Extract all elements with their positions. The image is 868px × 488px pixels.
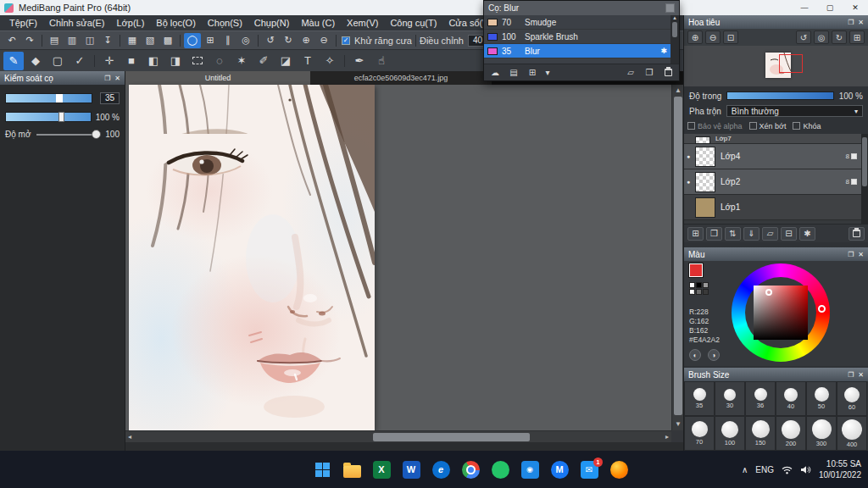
scroll-up-icon[interactable]: ▲: [672, 15, 677, 20]
brush-item-blur[interactable]: 35 Blur ✱: [484, 44, 670, 58]
antialias-checkbox[interactable]: ✓: [342, 36, 350, 45]
brush-size-slider[interactable]: [5, 93, 92, 103]
move-tool-icon[interactable]: ✛: [99, 52, 120, 70]
canvas-viewport[interactable]: ◂ ▸ ▲ ▼: [125, 85, 683, 451]
messenger-button[interactable]: M: [549, 459, 570, 480]
scroll-down-icon[interactable]: ▼: [675, 420, 682, 428]
palette-swap-icon[interactable]: ◑: [708, 349, 720, 361]
horizontal-scrollbar[interactable]: ◂ ▸: [125, 430, 671, 442]
blend-mode-select[interactable]: Bình thường ▾: [726, 105, 863, 117]
ellipse-select-icon[interactable]: ◯: [184, 33, 201, 48]
slider-handle[interactable]: [56, 94, 63, 103]
nav-rotate-ccw-icon[interactable]: ↺: [796, 30, 811, 44]
duplicate-layer-icon[interactable]: ❐: [706, 227, 722, 241]
vertical-scroll-thumb[interactable]: [674, 97, 682, 415]
layer-row[interactable]: ● Lớp4 8: [684, 144, 868, 169]
new-document-icon[interactable]: ▤: [46, 33, 63, 48]
layer-row[interactable]: Lớp7: [684, 134, 868, 144]
pixel-grid-icon[interactable]: ▧: [142, 33, 159, 48]
close-button[interactable]: ✕: [843, 0, 868, 15]
delete-brush-button[interactable]: [661, 67, 675, 79]
brush-size-option[interactable]: 300: [806, 416, 837, 451]
slider-handle[interactable]: [58, 112, 64, 122]
marquee-tool-icon[interactable]: [187, 52, 208, 70]
green-app-button[interactable]: [490, 459, 510, 480]
brush-size-option[interactable]: 70: [684, 416, 715, 451]
brush-size-option[interactable]: 100: [715, 416, 745, 451]
duplicate-brush-icon[interactable]: ❐: [643, 67, 656, 79]
fill-tool-icon[interactable]: ■: [121, 52, 142, 70]
reorder-layer-icon[interactable]: ⇅: [725, 227, 741, 241]
brush-opacity-slider[interactable]: [5, 112, 92, 122]
gradient-tool-icon[interactable]: ◨: [165, 52, 186, 70]
eyedropper-tool-icon[interactable]: ✧: [320, 52, 340, 70]
edge-button[interactable]: e: [431, 459, 451, 480]
eraser-tool-icon[interactable]: ◆: [25, 52, 46, 70]
lock-checkbox[interactable]: Khóa: [793, 122, 821, 130]
color-chip[interactable]: [703, 289, 709, 295]
vertical-scrollbar[interactable]: ▲ ▼: [671, 85, 683, 430]
text-tool-icon[interactable]: T: [298, 52, 318, 70]
menu-chon[interactable]: Chọn(S): [202, 18, 248, 28]
brush-item-smudge[interactable]: 70 Smudge: [484, 15, 670, 30]
start-button[interactable]: [312, 459, 332, 480]
clock[interactable]: 10:55 SA 10/01/2022: [819, 458, 861, 480]
close-icon[interactable]: ✕: [858, 371, 864, 379]
scroll-up-icon[interactable]: ▲: [675, 86, 682, 94]
brush-size-option[interactable]: 60: [837, 381, 867, 416]
hand-tool-icon[interactable]: ☝: [371, 52, 392, 70]
chevron-down-icon[interactable]: ▾: [544, 67, 551, 79]
menu-tep[interactable]: Tệp(F): [3, 18, 43, 28]
layer-folder-icon[interactable]: ▱: [762, 227, 778, 241]
rotate-cw-icon[interactable]: ↻: [280, 33, 297, 48]
snap-radial-icon[interactable]: ◎: [237, 33, 254, 48]
excel-button[interactable]: X: [371, 459, 392, 480]
file-explorer-button[interactable]: [342, 459, 362, 480]
nav-zoom-out-icon[interactable]: ⊖: [705, 30, 721, 44]
menu-mau[interactable]: Màu (C): [295, 18, 341, 28]
bucket-tool-icon[interactable]: ◧: [143, 52, 164, 70]
brush-size-option[interactable]: 30: [715, 381, 745, 416]
palette-toggle-icon[interactable]: ◐: [689, 349, 701, 361]
nav-reset-view-icon[interactable]: ◎: [814, 30, 829, 44]
popup-close-button[interactable]: [665, 3, 675, 13]
layer-row[interactable]: Lớp1: [684, 195, 868, 220]
nav-zoom-fit-icon[interactable]: ⊡: [723, 30, 738, 44]
menu-cong-cu[interactable]: Công cụ(T): [384, 18, 442, 28]
scroll-thumb[interactable]: [672, 22, 677, 37]
slider-knob[interactable]: [92, 130, 101, 139]
open-document-icon[interactable]: ▥: [64, 33, 81, 48]
brush-size-option[interactable]: 200: [776, 416, 806, 451]
popout-icon[interactable]: ❐: [848, 251, 854, 258]
magic-wand-tool-icon[interactable]: ✶: [231, 52, 252, 70]
opacity-slider[interactable]: [726, 92, 833, 100]
layers-scroll-thumb[interactable]: [862, 137, 867, 186]
brush-size-option[interactable]: 35: [684, 381, 715, 416]
popout-icon[interactable]: ❐: [848, 371, 854, 379]
navigator-preview[interactable]: [684, 46, 868, 86]
aperture-slider[interactable]: [36, 134, 99, 136]
layer-row[interactable]: ● Lớp2 8: [684, 169, 868, 195]
navigator-viewport-rect[interactable]: [779, 54, 803, 73]
brush-item-sparkle[interactable]: 100 Sparkle Brush: [484, 30, 670, 44]
maximize-button[interactable]: ▢: [817, 0, 843, 15]
chrome-button[interactable]: [460, 459, 481, 480]
menu-bo-loc[interactable]: Bộ lọc(O): [150, 18, 201, 28]
brush-tool-icon[interactable]: ✎: [3, 52, 24, 70]
scroll-right-icon[interactable]: ▸: [665, 433, 669, 441]
menu-lop[interactable]: Lớp(L): [110, 18, 150, 28]
merge-down-icon[interactable]: ⇓: [743, 227, 760, 241]
confirm-tool-icon[interactable]: ✓: [70, 52, 90, 70]
capture-app-button[interactable]: ◉: [520, 459, 540, 480]
foreground-color-swatch[interactable]: [689, 263, 703, 277]
new-brush-icon[interactable]: ▤: [507, 67, 520, 79]
mail-button[interactable]: ✉1: [579, 459, 599, 480]
add-brush-icon[interactable]: ⊞: [526, 67, 539, 79]
popout-icon[interactable]: ❐: [104, 75, 110, 82]
menu-chup[interactable]: Chụp(N): [248, 18, 296, 28]
brush-popup-header[interactable]: Cọ: Blur: [484, 1, 679, 15]
minimize-button[interactable]: —: [792, 0, 817, 15]
visibility-icon[interactable]: ●: [687, 153, 695, 159]
brush-size-option[interactable]: 400: [837, 416, 867, 451]
speaker-icon[interactable]: [800, 465, 811, 474]
